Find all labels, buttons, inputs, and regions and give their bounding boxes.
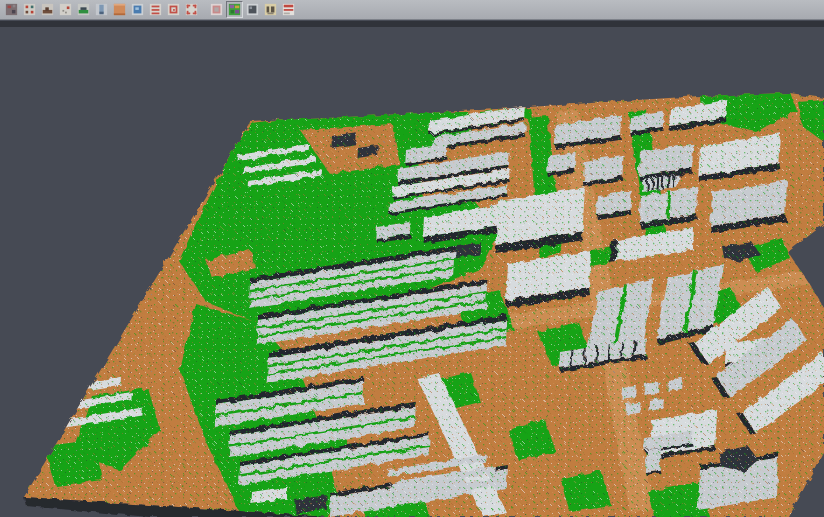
clear-class-tool-icon[interactable] — [208, 1, 225, 18]
profile-slider-tool-icon[interactable] — [93, 1, 110, 18]
point-speckle-overlay-2 — [0, 60, 824, 517]
sphere-render-tool-icon[interactable] — [244, 1, 261, 18]
points-paint-tool-icon[interactable] — [3, 1, 20, 18]
toolbar-separator — [0, 21, 824, 27]
fence-select-tool-icon[interactable] — [183, 1, 200, 18]
classify-points-tool-icon[interactable] — [21, 1, 38, 18]
point-select-tool-icon[interactable] — [57, 1, 74, 18]
coordinate-grid-tool-icon[interactable] — [262, 1, 279, 18]
vegetation-surface-tool-icon[interactable] — [75, 1, 92, 18]
toolbar — [0, 0, 824, 20]
viewport-3d-point-cloud[interactable] — [0, 0, 824, 517]
target-settings-tool-icon[interactable] — [165, 1, 182, 18]
classified-view-tool-icon[interactable] — [226, 1, 243, 18]
toolbar-separator-gap — [200, 1, 207, 18]
application-window — [0, 0, 824, 517]
ground-class-tool-icon[interactable] — [111, 1, 128, 18]
class-list-tool-icon[interactable] — [147, 1, 164, 18]
terrain-surface-tool-icon[interactable] — [39, 1, 56, 18]
globe-view-tool-icon[interactable] — [129, 1, 146, 18]
terrain-mesh — [0, 60, 824, 517]
flag-report-tool-icon[interactable] — [280, 1, 297, 18]
